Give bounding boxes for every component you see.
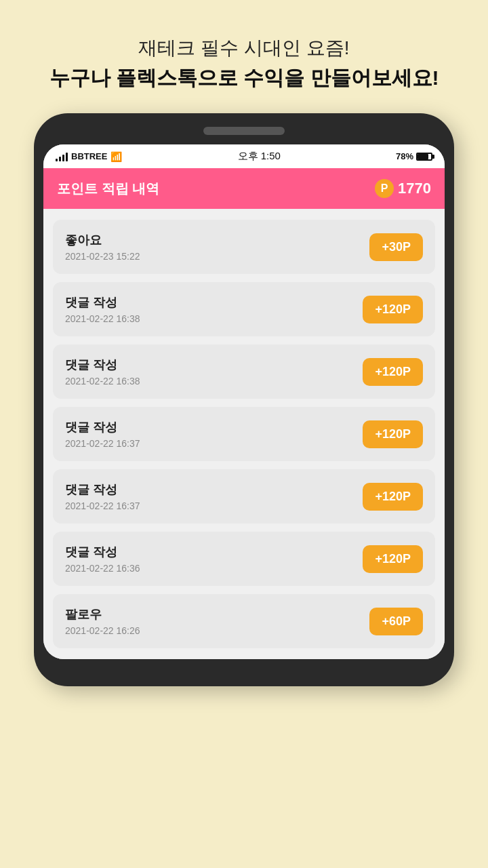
history-item-info: 댓글 작성 2021-02-22 16:38 bbox=[65, 294, 140, 324]
history-item-title: 팔로우 bbox=[65, 606, 140, 623]
battery-fill bbox=[418, 154, 428, 159]
points-value: 1770 bbox=[398, 180, 431, 197]
history-item-info: 댓글 작성 2021-02-22 16:37 bbox=[65, 481, 140, 511]
battery-percent: 78% bbox=[396, 151, 413, 161]
battery-icon bbox=[416, 153, 432, 161]
history-item: 좋아요 2021-02-23 15:22 +30P bbox=[53, 220, 435, 274]
points-badge: +120P bbox=[363, 296, 423, 323]
history-item-info: 좋아요 2021-02-23 15:22 bbox=[65, 232, 140, 262]
history-item: 댓글 작성 2021-02-22 16:36 +120P bbox=[53, 532, 435, 586]
history-item-info: 팔로우 2021-02-22 16:26 bbox=[65, 606, 140, 636]
status-bar: BBTREE 📶 오후 1:50 78% bbox=[43, 144, 445, 168]
history-item-info: 댓글 작성 2021-02-22 16:36 bbox=[65, 544, 140, 574]
history-item-date: 2021-02-22 16:37 bbox=[65, 500, 140, 511]
points-badge: +120P bbox=[363, 483, 423, 511]
history-item-title: 좋아요 bbox=[65, 232, 140, 248]
history-item-date: 2021-02-22 16:38 bbox=[65, 313, 140, 324]
points-badge: +120P bbox=[363, 545, 423, 573]
headline-line2: 누구나 플렉스톡으로 수익을 만들어보세요! bbox=[49, 62, 439, 93]
carrier-label: BBTREE bbox=[71, 151, 107, 161]
history-item: 댓글 작성 2021-02-22 16:37 +120P bbox=[53, 469, 435, 524]
signal-icon bbox=[56, 152, 68, 161]
points-icon: P bbox=[375, 179, 394, 198]
headline-line1: 재테크 필수 시대인 요즘! bbox=[49, 34, 439, 62]
history-item-title: 댓글 작성 bbox=[65, 481, 140, 498]
history-item: 댓글 작성 2021-02-22 16:38 +120P bbox=[53, 282, 435, 336]
status-left: BBTREE 📶 bbox=[56, 151, 122, 162]
phone-screen: BBTREE 📶 오후 1:50 78% 포인트 적립 내역 P 1770 좋아… bbox=[43, 144, 445, 659]
history-item-info: 댓글 작성 2021-02-22 16:38 bbox=[65, 357, 140, 387]
content-area: 좋아요 2021-02-23 15:22 +30P 댓글 작성 2021-02-… bbox=[43, 209, 445, 659]
history-item-title: 댓글 작성 bbox=[65, 294, 140, 311]
app-header-title: 포인트 적립 내역 bbox=[57, 180, 159, 198]
wifi-icon: 📶 bbox=[110, 151, 122, 162]
points-badge: +30P bbox=[369, 233, 423, 261]
history-item-date: 2021-02-22 16:36 bbox=[65, 563, 140, 574]
history-item-title: 댓글 작성 bbox=[65, 544, 140, 560]
phone-notch bbox=[203, 127, 285, 135]
history-item-info: 댓글 작성 2021-02-22 16:37 bbox=[65, 419, 140, 449]
phone-mockup: BBTREE 📶 오후 1:50 78% 포인트 적립 내역 P 1770 좋아… bbox=[34, 113, 454, 686]
points-badge: +120P bbox=[363, 420, 423, 448]
history-item-title: 댓글 작성 bbox=[65, 419, 140, 435]
history-item: 댓글 작성 2021-02-22 16:37 +120P bbox=[53, 407, 435, 461]
history-item: 팔로우 2021-02-22 16:26 +60P bbox=[53, 594, 435, 648]
history-item-date: 2021-02-22 16:38 bbox=[65, 376, 140, 387]
headline: 재테크 필수 시대인 요즘! 누구나 플렉스톡으로 수익을 만들어보세요! bbox=[22, 0, 466, 113]
points-badge: +60P bbox=[369, 608, 423, 635]
status-right: 78% bbox=[396, 151, 432, 161]
time-label: 오후 1:50 bbox=[238, 150, 281, 163]
points-display: P 1770 bbox=[375, 179, 431, 198]
history-item-date: 2021-02-22 16:26 bbox=[65, 625, 140, 636]
history-item-title: 댓글 작성 bbox=[65, 357, 140, 373]
app-header: 포인트 적립 내역 P 1770 bbox=[43, 168, 445, 209]
history-item-date: 2021-02-22 16:37 bbox=[65, 438, 140, 449]
history-item-date: 2021-02-23 15:22 bbox=[65, 251, 140, 262]
points-badge: +120P bbox=[363, 358, 423, 386]
history-item: 댓글 작성 2021-02-22 16:38 +120P bbox=[53, 344, 435, 399]
